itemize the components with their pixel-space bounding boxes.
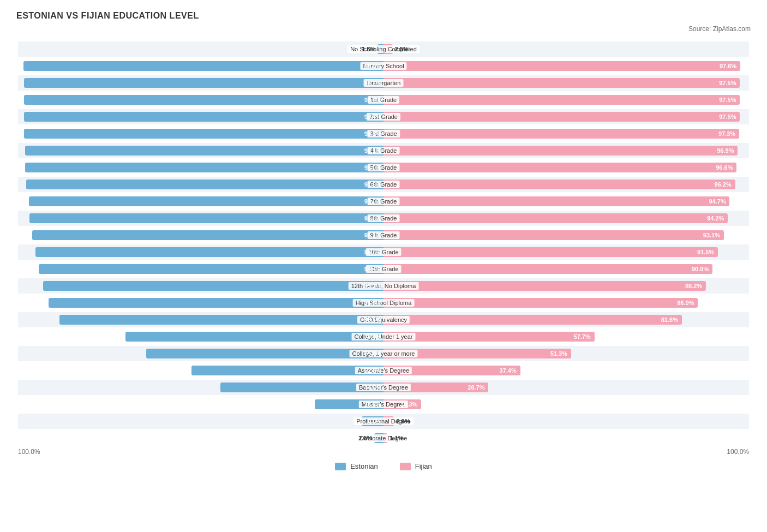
bar-label-right: 10.3% xyxy=(400,401,417,408)
bar-label-right: 96.9% xyxy=(717,147,734,154)
bar-right xyxy=(384,146,738,156)
bar-right xyxy=(384,129,739,139)
bar-row: 7th Grade97.0%94.7% xyxy=(18,194,749,209)
bar-left xyxy=(24,95,384,105)
bar-left xyxy=(35,247,384,257)
bar-row: Bachelor's Degree44.6%28.7% xyxy=(18,380,749,395)
bar-label-left: 94.4% xyxy=(364,266,381,272)
bar-label-center: Associate's Degree xyxy=(355,367,412,374)
bar-row: Professional Degree6.0%2.9% xyxy=(18,414,749,429)
bar-row: 3rd Grade98.3%97.3% xyxy=(18,126,749,141)
bar-label-right: 94.7% xyxy=(709,198,726,205)
bar-label-left: 98.3% xyxy=(364,130,381,137)
bar-label-right: 88.2% xyxy=(685,283,702,289)
page-title: ESTONIAN VS FIJIAN EDUCATION LEVEL xyxy=(16,11,751,21)
bar-row: 6th Grade97.8%96.2% xyxy=(18,177,749,192)
bar-label-right: 1.1% xyxy=(390,435,403,441)
bar-row: Associate's Degree52.5%37.4% xyxy=(18,363,749,378)
bar-left xyxy=(23,61,384,71)
bar-row: 9th Grade96.1%93.1% xyxy=(18,228,749,243)
bar-label-right: 90.0% xyxy=(692,266,709,272)
bar-label-left: 97.8% xyxy=(364,181,381,188)
bar-right xyxy=(384,61,740,71)
bar-right xyxy=(384,247,718,257)
bar-label-left: 91.6% xyxy=(364,300,381,306)
bar-row: College, Under 1 year70.6%57.7% xyxy=(18,329,749,344)
bar-label-left: 18.8% xyxy=(364,401,381,408)
bar-label-left: 2.5% xyxy=(358,435,372,441)
legend-estonian-label: Estonian xyxy=(350,462,378,470)
bar-right xyxy=(384,78,740,88)
bar-label-left: 1.6% xyxy=(362,46,375,52)
bar-left xyxy=(24,112,384,122)
legend-estonian-box xyxy=(335,463,346,470)
bar-label-right: 97.5% xyxy=(719,113,736,120)
bar-label-right: 28.7% xyxy=(468,384,484,391)
bar-row: GED/Equivalency88.6%81.6% xyxy=(18,312,749,327)
bar-right xyxy=(384,213,728,223)
bar-label-right: 93.1% xyxy=(703,232,720,238)
bar-right xyxy=(384,264,712,274)
bar-row: Kindergarten98.4%97.5% xyxy=(18,75,749,91)
chart-area: No Schooling Completed1.6%2.5%Nursery Sc… xyxy=(18,41,749,456)
legend-fijian-label: Fijian xyxy=(415,462,432,470)
bar-label-left: 88.6% xyxy=(364,316,381,323)
bar-left xyxy=(29,213,384,223)
bar-label-left: 97.0% xyxy=(364,198,381,205)
bar-label-right: 37.4% xyxy=(500,367,517,374)
bar-right xyxy=(384,95,740,105)
bar-row: 5th Grade98.0%96.6% xyxy=(18,160,749,175)
bar-label-right: 97.5% xyxy=(719,80,736,86)
bar-right xyxy=(384,180,735,189)
bar-label-right: 91.5% xyxy=(697,249,714,255)
bar-label-right: 96.2% xyxy=(715,181,732,188)
bar-row: 2nd Grade98.4%97.5% xyxy=(18,109,749,124)
bar-left xyxy=(125,332,384,342)
legend-fijian-box xyxy=(400,463,411,470)
bar-label-right: 81.6% xyxy=(661,316,678,323)
bar-label-center: College, Under 1 year xyxy=(351,333,415,340)
bar-label-center: High School Diploma xyxy=(353,299,415,307)
bar-row: 1st Grade98.4%97.5% xyxy=(18,92,749,107)
bar-label-left: 52.5% xyxy=(364,367,381,374)
bar-right xyxy=(384,281,706,291)
axis-left: 100.0% xyxy=(18,448,40,456)
bar-left xyxy=(29,196,384,206)
bar-row: 8th Grade96.8%94.2% xyxy=(18,211,749,226)
bar-label-right: 97.5% xyxy=(719,97,736,103)
bar-right xyxy=(384,163,736,172)
bar-left xyxy=(43,281,384,291)
bar-label-right: 2.5% xyxy=(395,46,409,52)
bar-left xyxy=(49,298,384,308)
bar-left xyxy=(24,129,384,139)
bar-label-left: 98.5% xyxy=(364,63,381,69)
bar-right xyxy=(384,230,724,240)
bar-label-left: 98.1% xyxy=(364,147,381,154)
bar-row: College, 1 year or more65.0%51.3% xyxy=(18,346,749,361)
bar-label-right: 51.3% xyxy=(550,350,567,357)
bar-label-center: College, 1 year or more xyxy=(350,350,418,357)
bar-row: 10th Grade95.3%91.5% xyxy=(18,244,749,260)
bar-right xyxy=(384,298,698,308)
bar-label-left: 96.8% xyxy=(364,215,381,222)
bar-label-left: 44.6% xyxy=(364,384,381,391)
bar-row: High School Diploma91.6%86.0% xyxy=(18,295,749,310)
bar-label-left: 98.4% xyxy=(364,97,381,103)
bar-label-right: 86.0% xyxy=(677,300,694,306)
bar-label-left: 98.4% xyxy=(364,113,381,120)
axis-labels: 100.0% 100.0% xyxy=(18,448,749,456)
bar-right xyxy=(384,196,729,206)
bar-left xyxy=(59,315,384,325)
axis-right: 100.0% xyxy=(727,448,749,456)
bar-label-left: 98.0% xyxy=(364,164,381,171)
bar-label-right: 2.9% xyxy=(396,418,410,425)
bar-label-right: 97.3% xyxy=(718,130,735,137)
source-label: Source: ZipAtlas.com xyxy=(16,25,751,33)
bar-right xyxy=(384,112,740,122)
bar-label-center: No Schooling Completed xyxy=(347,45,420,53)
bars-container: No Schooling Completed1.6%2.5%Nursery Sc… xyxy=(18,41,749,446)
bar-left xyxy=(24,78,384,88)
bar-row: Doctorate Degree2.5%1.1% xyxy=(18,431,749,446)
bar-label-left: 6.0% xyxy=(368,418,381,425)
bar-row: 11th Grade94.4%90.0% xyxy=(18,261,749,277)
